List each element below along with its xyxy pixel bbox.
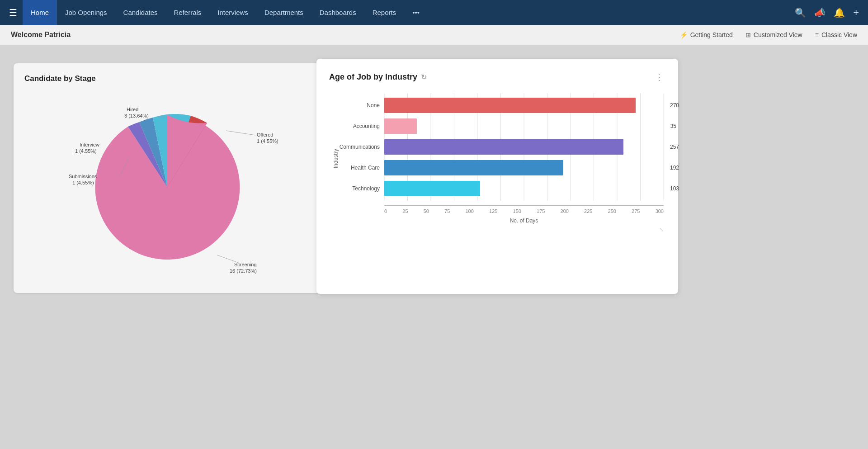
- bar-row-technology: Technology 103: [339, 181, 664, 196]
- nav-candidates[interactable]: Candidates: [115, 0, 166, 25]
- bar-label-healthcare: Health Care: [339, 165, 380, 171]
- bar-label-none: None: [339, 102, 380, 109]
- bar-track-none: 270: [384, 98, 664, 113]
- x-tick-125: 125: [489, 208, 497, 214]
- bar-value-none: 270: [670, 102, 679, 109]
- bar-value-communications: 257: [670, 144, 679, 150]
- x-tick-0: 0: [384, 208, 387, 214]
- getting-started-label: Getting Started: [690, 31, 733, 38]
- label-submissions: Submissions: [69, 174, 97, 179]
- label-screening: Screening: [234, 262, 257, 267]
- topbar-actions: ⚡ Getting Started ⊞ Customized View ≡ Cl…: [680, 31, 857, 38]
- nav-referrals[interactable]: Referrals: [165, 0, 209, 25]
- bar-fill-accounting: [384, 118, 417, 134]
- bar-track-accounting: 35: [384, 118, 664, 134]
- x-tick-100: 100: [466, 208, 474, 214]
- label-interview: Interview: [80, 142, 99, 147]
- bar-row-healthcare: Health Care 192: [339, 160, 664, 175]
- pie-chart: Offered 1 (4.55%) Hired 3 (13.64%) Inter…: [54, 92, 280, 282]
- label-hired-val: 3 (13.64%): [124, 113, 149, 118]
- x-tick-25: 25: [402, 208, 408, 214]
- search-icon[interactable]: 🔍: [795, 7, 806, 18]
- bar-row-none: None 270: [339, 98, 664, 113]
- bar-label-accounting: Accounting: [339, 123, 380, 129]
- lightning-icon: ⚡: [680, 31, 688, 38]
- bar-chart-area: Industry: [329, 93, 664, 224]
- label-interview-val: 1 (4.55%): [75, 148, 97, 154]
- nav-interviews[interactable]: Interviews: [209, 0, 256, 25]
- candidate-card-title: Candidate by Stage: [24, 74, 310, 83]
- nav-items: Home Job Openings Candidates Referrals I…: [23, 0, 795, 25]
- x-tick-150: 150: [513, 208, 521, 214]
- bar-row-accounting: Accounting 35: [339, 118, 664, 134]
- x-tick-50: 50: [424, 208, 429, 214]
- x-tick-225: 225: [584, 208, 592, 214]
- x-axis-title: No. of Days: [384, 217, 664, 224]
- bar-label-technology: Technology: [339, 185, 380, 192]
- bar-fill-technology: [384, 181, 480, 196]
- pie-chart-container: Offered 1 (4.55%) Hired 3 (13.64%) Inter…: [24, 92, 310, 282]
- add-icon[interactable]: +: [853, 7, 859, 19]
- bar-value-accounting: 35: [670, 123, 676, 129]
- age-chart-header: Age of Job by Industry ↻ ⋮: [329, 71, 664, 82]
- customized-view-button[interactable]: ⊞ Customized View: [745, 31, 802, 38]
- x-tick-75: 75: [444, 208, 450, 214]
- resize-icon[interactable]: ⤡: [329, 227, 664, 233]
- bar-track-technology: 103: [384, 181, 664, 196]
- bar-value-healthcare: 192: [670, 165, 679, 171]
- chart-rows-container: None 270 Accounting 35: [339, 93, 664, 201]
- age-job-card: Age of Job by Industry ↻ ⋮ Industry: [316, 59, 678, 294]
- bar-row-communications: Communications 257: [339, 139, 664, 155]
- topbar: Welcome Patricia ⚡ Getting Started ⊞ Cus…: [0, 25, 868, 45]
- nav-home[interactable]: Home: [23, 0, 57, 25]
- svg-line-4: [217, 255, 240, 263]
- nav-job-openings[interactable]: Job Openings: [57, 0, 115, 25]
- label-submissions-val: 1 (4.55%): [72, 180, 94, 185]
- x-tick-200: 200: [561, 208, 569, 214]
- label-offered: Offered: [257, 132, 274, 137]
- x-tick-275: 275: [632, 208, 640, 214]
- nav-departments[interactable]: Departments: [256, 0, 311, 25]
- bell-icon[interactable]: 🔔: [834, 7, 845, 18]
- bar-value-technology: 103: [670, 185, 679, 192]
- bar-fill-communications: [384, 139, 623, 155]
- svg-line-0: [226, 131, 255, 135]
- grid-icon: ⊞: [745, 31, 751, 38]
- getting-started-button[interactable]: ⚡ Getting Started: [680, 31, 733, 38]
- nav-reports[interactable]: Reports: [364, 0, 405, 25]
- label-hired: Hired: [127, 107, 138, 112]
- main-content: Candidate by Stage Offered 1 (4.55%): [0, 45, 868, 311]
- y-axis-label: Industry: [329, 93, 339, 224]
- bar-label-communications: Communications: [339, 144, 380, 150]
- x-tick-300: 300: [656, 208, 664, 214]
- more-options-icon[interactable]: ⋮: [655, 71, 664, 82]
- refresh-icon[interactable]: ↻: [421, 73, 427, 81]
- x-tick-250: 250: [608, 208, 616, 214]
- x-tick-175: 175: [537, 208, 545, 214]
- hamburger-menu[interactable]: ☰: [4, 7, 23, 18]
- label-offered-val: 1 (4.55%): [257, 138, 278, 144]
- nav-dashboards[interactable]: Dashboards: [311, 0, 364, 25]
- navbar: ☰ Home Job Openings Candidates Referrals…: [0, 0, 868, 25]
- bar-track-healthcare: 192: [384, 160, 664, 175]
- x-axis: 0 25 50 75 100 125 150 175 200 225 250 2…: [384, 205, 664, 224]
- candidate-stage-card: Candidate by Stage Offered 1 (4.55%): [14, 63, 321, 293]
- nav-right-icons: 🔍 📣 🔔 +: [795, 7, 868, 19]
- bar-fill-healthcare: [384, 160, 563, 175]
- chart-rows: None 270 Accounting 35: [339, 93, 664, 201]
- x-axis-ticks: 0 25 50 75 100 125 150 175 200 225 250 2…: [384, 208, 664, 216]
- list-icon: ≡: [815, 31, 819, 38]
- chart-inner: None 270 Accounting 35: [339, 93, 664, 224]
- age-chart-header-left: Age of Job by Industry ↻: [329, 72, 427, 82]
- nav-more[interactable]: •••: [404, 0, 428, 25]
- speaker-icon[interactable]: 📣: [814, 7, 826, 18]
- bar-track-communications: 257: [384, 139, 664, 155]
- label-screening-val: 16 (72.73%): [230, 268, 257, 274]
- bar-fill-none: [384, 98, 636, 113]
- welcome-message: Welcome Patricia: [11, 31, 680, 39]
- classic-view-button[interactable]: ≡ Classic View: [815, 31, 857, 38]
- age-chart-title: Age of Job by Industry: [329, 72, 417, 82]
- classic-view-label: Classic View: [821, 31, 857, 38]
- customized-view-label: Customized View: [754, 31, 802, 38]
